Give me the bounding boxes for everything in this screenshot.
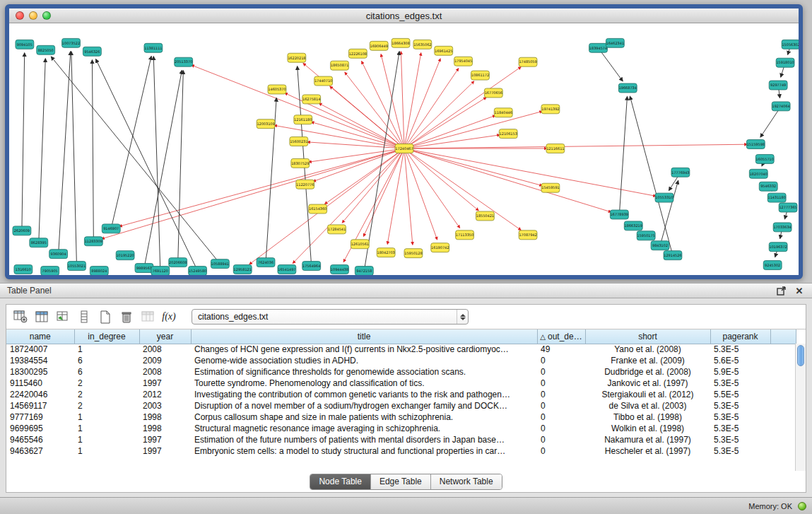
table-cell[interactable]: Stergiakouli et al. (2012)	[585, 389, 710, 400]
table-cell[interactable]: 5.3E-5	[710, 423, 770, 434]
table-cell[interactable]: 2008	[139, 366, 191, 378]
table-cell[interactable]: 5.3E-5	[710, 445, 770, 457]
network-node[interactable]: 17440710	[314, 76, 333, 86]
network-node[interactable]: 8825050	[37, 45, 55, 54]
network-node[interactable]: 16541497	[278, 265, 296, 274]
table-cell[interactable]: Corpus callosum shape and size in male p…	[191, 411, 537, 423]
network-node[interactable]: 18207040	[749, 169, 767, 178]
close-panel-icon[interactable]: ✕	[794, 285, 805, 296]
table-cell[interactable]: Embryonic stem cells: a model to study s…	[191, 445, 537, 457]
network-node[interactable]: 17954045	[454, 57, 473, 66]
network-node[interactable]: 10944438	[331, 265, 349, 274]
network-node[interactable]: 17240467	[395, 144, 413, 153]
row-height-icon[interactable]	[74, 308, 94, 326]
float-panel-icon[interactable]	[775, 285, 787, 296]
table-cell[interactable]: de Silva et al. (2003)	[585, 400, 710, 411]
delete-column-icon[interactable]	[117, 308, 136, 326]
network-node[interactable]: 10553310	[655, 193, 673, 202]
network-node[interactable]: 15950175	[637, 231, 655, 240]
network-node[interactable]: 18650871	[331, 61, 349, 70]
network-node[interactable]: 16906449	[370, 41, 388, 50]
table-cell[interactable]: 0	[537, 434, 585, 445]
network-node[interactable]: 10588941	[211, 259, 229, 269]
network-node[interactable]: 16462341	[606, 38, 624, 47]
network-node[interactable]: 11283309	[84, 237, 102, 246]
table-row[interactable]: 977716911998Corpus callosum shape and si…	[6, 411, 796, 423]
table-row[interactable]: 1830029562008Estimation of significance …	[6, 366, 796, 378]
column-header-name[interactable]: name	[6, 329, 74, 344]
table-cell[interactable]: Tibbo et al. (1998)	[585, 411, 710, 423]
network-node[interactable]: 15056302	[782, 40, 799, 49]
table-row[interactable]: 911546021997Tourette syndrome. Phenomeno…	[6, 378, 796, 389]
network-node[interactable]: 14605370	[268, 85, 286, 94]
table-cell[interactable]: 0	[537, 400, 585, 411]
table-cell[interactable]: 1997	[139, 434, 191, 445]
tab-edge-table[interactable]: Edge Table	[371, 474, 431, 489]
table-cell[interactable]: Nakamura et al. (1997)	[585, 434, 710, 445]
network-node[interactable]: 11840446	[494, 108, 512, 117]
network-node[interactable]: 9297749	[769, 81, 787, 90]
network-node[interactable]: 16220218	[288, 53, 306, 62]
network-node[interactable]: 17284541	[328, 225, 346, 234]
table-cell[interactable]: 1997	[139, 378, 191, 389]
table-cell[interactable]: 18724007	[6, 344, 74, 355]
network-node[interactable]: 12003109	[257, 119, 275, 129]
table-cell[interactable]: 0	[537, 389, 585, 400]
network-node[interactable]: 16275814	[302, 95, 321, 104]
table-cell[interactable]: Estimation of significance thresholds fo…	[191, 366, 537, 378]
network-node[interactable]: 18042703	[377, 248, 395, 257]
table-row[interactable]: 1872400712008Changes of HCN gene express…	[6, 344, 796, 355]
network-node[interactable]: 17485059	[519, 57, 537, 66]
table-cell[interactable]: 5.3E-5	[710, 344, 770, 355]
network-node[interactable]: 15459591	[541, 183, 560, 192]
network-node[interactable]: 16190742	[431, 243, 449, 252]
table-cell[interactable]: 5.5E-5	[710, 389, 770, 400]
table-cell[interactable]: 2012	[139, 389, 191, 400]
column-header-pagerank[interactable]: pagerank	[710, 329, 770, 344]
table-cell[interactable]: 22420046	[6, 389, 74, 400]
table-cell[interactable]: 1998	[139, 423, 191, 434]
network-node[interactable]: 19274064	[772, 102, 790, 111]
network-node[interactable]: 12226108	[348, 49, 367, 58]
table-cell[interactable]: 5.3E-5	[710, 434, 770, 445]
network-node[interactable]: 12116611	[546, 144, 565, 153]
table-cell[interactable]: Genome-wide association studies in ADHD.	[191, 355, 537, 366]
table-cell[interactable]: 5.3E-5	[710, 378, 770, 389]
table-cell[interactable]: 9465546	[6, 434, 74, 445]
table-cell[interactable]: 14569117	[6, 400, 74, 411]
table-cell[interactable]: Investigating the contribution of common…	[191, 389, 537, 400]
network-node[interactable]: 10553021	[68, 262, 86, 271]
table-scrollbar[interactable]	[795, 344, 806, 471]
network-node[interactable]: 12106153	[499, 129, 517, 139]
table-cell[interactable]: 0	[537, 445, 585, 457]
network-node[interactable]: 19741392	[541, 105, 560, 114]
table-cell[interactable]: Hescheler et al. (1997)	[585, 445, 710, 457]
table-cell[interactable]: 5.3E-5	[710, 411, 770, 423]
table-cell[interactable]: 1997	[139, 445, 191, 457]
table-cell[interactable]: 0	[537, 411, 585, 423]
table-cell[interactable]: 9463627	[6, 445, 74, 457]
network-node[interactable]: 17033634	[773, 223, 792, 232]
network-node[interactable]: 15600231	[290, 137, 308, 146]
network-node[interactable]: 9245302	[763, 261, 782, 270]
network-node[interactable]: 15159598	[746, 140, 765, 149]
table-cell[interactable]: Jankovic et al. (1997)	[585, 378, 710, 389]
network-node[interactable]: 17564964	[302, 262, 321, 271]
network-node[interactable]: 1316610	[14, 265, 33, 274]
table-row[interactable]: 946554611997Estimation of the future num…	[6, 434, 796, 445]
network-node[interactable]: 18394574	[589, 43, 608, 52]
table-cell[interactable]: 5.6E-5	[710, 355, 770, 366]
table-cell[interactable]: 2009	[139, 355, 191, 366]
import-table-icon[interactable]	[138, 308, 158, 326]
table-cell[interactable]: Disruption of a novel member of a sodium…	[191, 400, 537, 411]
network-node[interactable]: 9094105	[16, 40, 34, 49]
network-node[interactable]: 10073522	[62, 38, 81, 47]
network-node[interactable]: 8988024	[90, 267, 108, 275]
network-node[interactable]: 15635062	[413, 40, 432, 49]
network-node[interactable]: 10196372	[769, 243, 787, 252]
table-row[interactable]: 1456911722003Disruption of a novel membe…	[6, 400, 796, 411]
network-node[interactable]: 7905905	[41, 267, 59, 275]
table-mode-icon[interactable]	[11, 308, 30, 326]
network-node[interactable]: 12777365	[779, 203, 797, 212]
network-node[interactable]: 16778939	[610, 210, 628, 219]
